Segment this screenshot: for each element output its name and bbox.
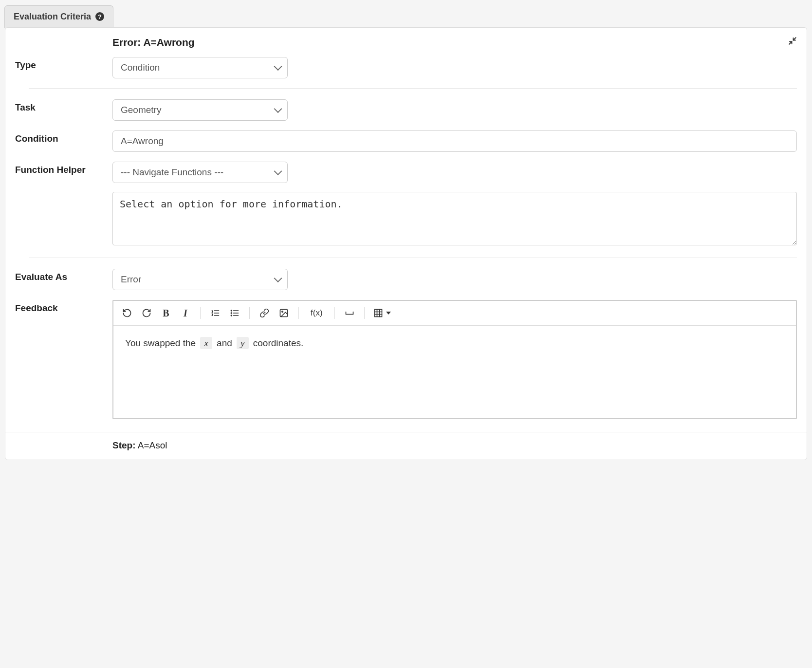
toolbar-separator <box>364 307 365 319</box>
type-select[interactable]: Condition <box>112 57 288 78</box>
section-title: Error: A=Awrong <box>112 37 788 48</box>
feedback-text: coordinates. <box>253 338 304 348</box>
panel-evaluation-criteria: Error: A=Awrong Type Condition Task <box>5 27 807 460</box>
toolbar-separator <box>334 307 335 319</box>
svg-rect-13 <box>374 310 382 317</box>
tab-evaluation-criteria[interactable]: Evaluation Criteria ? <box>4 5 113 28</box>
table-button[interactable] <box>370 305 394 321</box>
redo-icon[interactable] <box>138 305 155 321</box>
feedback-content[interactable]: You swapped the x and y coordinates. <box>113 326 796 418</box>
bold-button[interactable]: B <box>157 305 175 321</box>
ordered-list-icon[interactable] <box>206 305 224 321</box>
help-icon[interactable]: ? <box>95 12 104 21</box>
footer: Step: A=Asol <box>5 432 807 460</box>
tab-label: Evaluation Criteria <box>14 12 91 21</box>
condition-input[interactable] <box>112 130 797 152</box>
feedback-text: You swapped the <box>125 338 196 348</box>
toolbar-separator <box>249 307 250 319</box>
space-icon[interactable] <box>341 305 358 321</box>
task-label: Task <box>15 99 112 113</box>
function-button[interactable]: f(x) <box>305 305 329 321</box>
function-helper-select[interactable]: --- Navigate Functions --- <box>112 162 288 183</box>
svg-point-10 <box>231 315 232 316</box>
task-select[interactable]: Geometry <box>112 99 288 121</box>
math-variable-y: y <box>237 337 248 349</box>
feedback-text: and <box>217 338 232 348</box>
feedback-editor: B I <box>112 300 797 419</box>
step-row: Step: A=Asol <box>112 440 167 451</box>
function-helper-info[interactable]: Select an option for more information. <box>112 192 797 245</box>
collapse-icon[interactable] <box>788 37 797 45</box>
svg-point-9 <box>231 313 232 314</box>
image-icon[interactable] <box>275 305 293 321</box>
math-variable-x: x <box>200 337 212 349</box>
unordered-list-icon[interactable] <box>226 305 243 321</box>
toolbar-separator <box>298 307 299 319</box>
divider <box>29 258 797 258</box>
function-helper-label: Function Helper <box>15 162 112 175</box>
italic-button[interactable]: I <box>177 305 194 321</box>
undo-icon[interactable] <box>118 305 136 321</box>
svg-point-12 <box>282 311 283 313</box>
evaluate-as-label: Evaluate As <box>15 269 112 282</box>
svg-point-8 <box>231 310 232 311</box>
step-value: A=Asol <box>138 440 167 450</box>
type-label: Type <box>15 57 112 71</box>
link-icon[interactable] <box>256 305 273 321</box>
condition-label: Condition <box>15 130 112 144</box>
feedback-label: Feedback <box>15 300 112 314</box>
toolbar-separator <box>200 307 201 319</box>
editor-toolbar: B I <box>113 301 796 326</box>
step-label: Step: <box>112 440 136 450</box>
chevron-down-icon <box>386 312 391 315</box>
divider <box>29 88 797 89</box>
evaluate-as-select[interactable]: Error <box>112 269 288 290</box>
